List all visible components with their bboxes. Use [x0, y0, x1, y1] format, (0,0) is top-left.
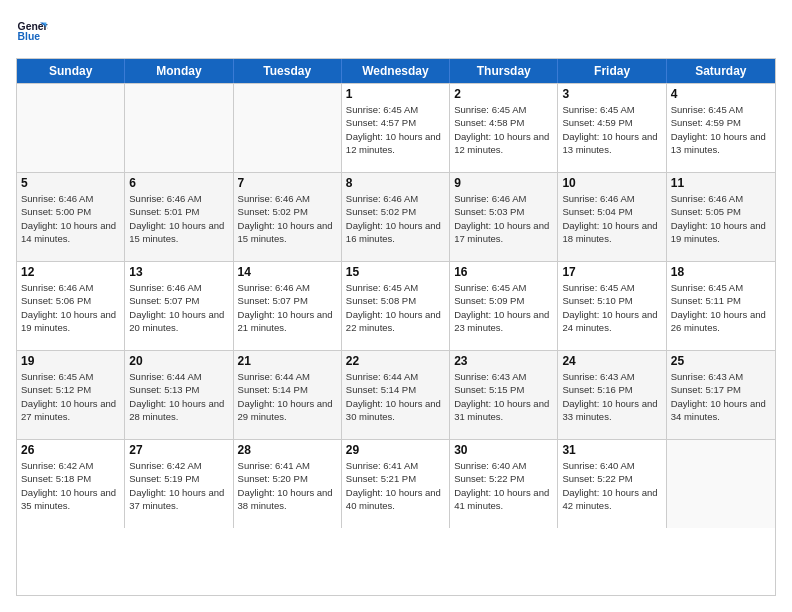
cell-date: 16: [454, 265, 553, 279]
cell-date: 3: [562, 87, 661, 101]
calendar-cell: 28Sunrise: 6:41 AM Sunset: 5:20 PM Dayli…: [234, 440, 342, 528]
calendar-cell: 30Sunrise: 6:40 AM Sunset: 5:22 PM Dayli…: [450, 440, 558, 528]
calendar-row: 12Sunrise: 6:46 AM Sunset: 5:06 PM Dayli…: [17, 261, 775, 350]
cell-info: Sunrise: 6:45 AM Sunset: 4:57 PM Dayligh…: [346, 103, 445, 156]
cell-date: 18: [671, 265, 771, 279]
cell-info: Sunrise: 6:42 AM Sunset: 5:18 PM Dayligh…: [21, 459, 120, 512]
calendar: SundayMondayTuesdayWednesdayThursdayFrid…: [16, 58, 776, 596]
cell-info: Sunrise: 6:46 AM Sunset: 5:03 PM Dayligh…: [454, 192, 553, 245]
cell-info: Sunrise: 6:46 AM Sunset: 5:00 PM Dayligh…: [21, 192, 120, 245]
calendar-cell: [17, 84, 125, 172]
calendar-header-row: SundayMondayTuesdayWednesdayThursdayFrid…: [17, 59, 775, 83]
cell-date: 28: [238, 443, 337, 457]
calendar-cell: 12Sunrise: 6:46 AM Sunset: 5:06 PM Dayli…: [17, 262, 125, 350]
calendar-cell: 27Sunrise: 6:42 AM Sunset: 5:19 PM Dayli…: [125, 440, 233, 528]
page: General Blue SundayMondayTuesdayWednesda…: [0, 0, 792, 612]
calendar-row: 5Sunrise: 6:46 AM Sunset: 5:00 PM Daylig…: [17, 172, 775, 261]
calendar-cell: [667, 440, 775, 528]
calendar-cell: 8Sunrise: 6:46 AM Sunset: 5:02 PM Daylig…: [342, 173, 450, 261]
calendar-cell: 10Sunrise: 6:46 AM Sunset: 5:04 PM Dayli…: [558, 173, 666, 261]
cell-date: 12: [21, 265, 120, 279]
cell-date: 11: [671, 176, 771, 190]
cell-info: Sunrise: 6:42 AM Sunset: 5:19 PM Dayligh…: [129, 459, 228, 512]
calendar-header-cell: Friday: [558, 59, 666, 83]
calendar-cell: [125, 84, 233, 172]
cell-info: Sunrise: 6:44 AM Sunset: 5:13 PM Dayligh…: [129, 370, 228, 423]
cell-info: Sunrise: 6:46 AM Sunset: 5:05 PM Dayligh…: [671, 192, 771, 245]
calendar-header-cell: Sunday: [17, 59, 125, 83]
calendar-header-cell: Wednesday: [342, 59, 450, 83]
calendar-cell: 9Sunrise: 6:46 AM Sunset: 5:03 PM Daylig…: [450, 173, 558, 261]
calendar-cell: 13Sunrise: 6:46 AM Sunset: 5:07 PM Dayli…: [125, 262, 233, 350]
cell-date: 6: [129, 176, 228, 190]
calendar-cell: 11Sunrise: 6:46 AM Sunset: 5:05 PM Dayli…: [667, 173, 775, 261]
cell-info: Sunrise: 6:46 AM Sunset: 5:04 PM Dayligh…: [562, 192, 661, 245]
cell-date: 23: [454, 354, 553, 368]
cell-info: Sunrise: 6:45 AM Sunset: 4:59 PM Dayligh…: [671, 103, 771, 156]
cell-info: Sunrise: 6:46 AM Sunset: 5:07 PM Dayligh…: [238, 281, 337, 334]
cell-date: 19: [21, 354, 120, 368]
calendar-cell: 1Sunrise: 6:45 AM Sunset: 4:57 PM Daylig…: [342, 84, 450, 172]
cell-date: 9: [454, 176, 553, 190]
cell-date: 24: [562, 354, 661, 368]
cell-date: 15: [346, 265, 445, 279]
calendar-cell: 18Sunrise: 6:45 AM Sunset: 5:11 PM Dayli…: [667, 262, 775, 350]
cell-date: 26: [21, 443, 120, 457]
calendar-row: 19Sunrise: 6:45 AM Sunset: 5:12 PM Dayli…: [17, 350, 775, 439]
cell-info: Sunrise: 6:43 AM Sunset: 5:17 PM Dayligh…: [671, 370, 771, 423]
cell-date: 4: [671, 87, 771, 101]
cell-info: Sunrise: 6:46 AM Sunset: 5:01 PM Dayligh…: [129, 192, 228, 245]
calendar-cell: 24Sunrise: 6:43 AM Sunset: 5:16 PM Dayli…: [558, 351, 666, 439]
cell-info: Sunrise: 6:46 AM Sunset: 5:06 PM Dayligh…: [21, 281, 120, 334]
calendar-header-cell: Saturday: [667, 59, 775, 83]
cell-date: 14: [238, 265, 337, 279]
cell-info: Sunrise: 6:43 AM Sunset: 5:15 PM Dayligh…: [454, 370, 553, 423]
calendar-cell: 3Sunrise: 6:45 AM Sunset: 4:59 PM Daylig…: [558, 84, 666, 172]
cell-date: 1: [346, 87, 445, 101]
cell-info: Sunrise: 6:44 AM Sunset: 5:14 PM Dayligh…: [238, 370, 337, 423]
calendar-header-cell: Monday: [125, 59, 233, 83]
cell-date: 2: [454, 87, 553, 101]
cell-date: 29: [346, 443, 445, 457]
calendar-cell: 7Sunrise: 6:46 AM Sunset: 5:02 PM Daylig…: [234, 173, 342, 261]
cell-info: Sunrise: 6:40 AM Sunset: 5:22 PM Dayligh…: [562, 459, 661, 512]
cell-info: Sunrise: 6:41 AM Sunset: 5:20 PM Dayligh…: [238, 459, 337, 512]
calendar-cell: 23Sunrise: 6:43 AM Sunset: 5:15 PM Dayli…: [450, 351, 558, 439]
calendar-row: 26Sunrise: 6:42 AM Sunset: 5:18 PM Dayli…: [17, 439, 775, 528]
calendar-cell: 2Sunrise: 6:45 AM Sunset: 4:58 PM Daylig…: [450, 84, 558, 172]
calendar-cell: [234, 84, 342, 172]
cell-date: 10: [562, 176, 661, 190]
cell-info: Sunrise: 6:45 AM Sunset: 5:10 PM Dayligh…: [562, 281, 661, 334]
calendar-cell: 19Sunrise: 6:45 AM Sunset: 5:12 PM Dayli…: [17, 351, 125, 439]
cell-info: Sunrise: 6:40 AM Sunset: 5:22 PM Dayligh…: [454, 459, 553, 512]
calendar-header-cell: Thursday: [450, 59, 558, 83]
cell-info: Sunrise: 6:45 AM Sunset: 4:58 PM Dayligh…: [454, 103, 553, 156]
cell-date: 21: [238, 354, 337, 368]
svg-text:Blue: Blue: [18, 31, 41, 42]
cell-info: Sunrise: 6:44 AM Sunset: 5:14 PM Dayligh…: [346, 370, 445, 423]
calendar-cell: 21Sunrise: 6:44 AM Sunset: 5:14 PM Dayli…: [234, 351, 342, 439]
calendar-row: 1Sunrise: 6:45 AM Sunset: 4:57 PM Daylig…: [17, 83, 775, 172]
calendar-cell: 20Sunrise: 6:44 AM Sunset: 5:13 PM Dayli…: [125, 351, 233, 439]
calendar-cell: 16Sunrise: 6:45 AM Sunset: 5:09 PM Dayli…: [450, 262, 558, 350]
cell-info: Sunrise: 6:45 AM Sunset: 5:09 PM Dayligh…: [454, 281, 553, 334]
calendar-cell: 22Sunrise: 6:44 AM Sunset: 5:14 PM Dayli…: [342, 351, 450, 439]
calendar-cell: 25Sunrise: 6:43 AM Sunset: 5:17 PM Dayli…: [667, 351, 775, 439]
cell-info: Sunrise: 6:45 AM Sunset: 5:08 PM Dayligh…: [346, 281, 445, 334]
cell-info: Sunrise: 6:45 AM Sunset: 4:59 PM Dayligh…: [562, 103, 661, 156]
cell-date: 5: [21, 176, 120, 190]
calendar-cell: 5Sunrise: 6:46 AM Sunset: 5:00 PM Daylig…: [17, 173, 125, 261]
logo: General Blue: [16, 16, 48, 48]
cell-date: 22: [346, 354, 445, 368]
cell-date: 7: [238, 176, 337, 190]
calendar-cell: 29Sunrise: 6:41 AM Sunset: 5:21 PM Dayli…: [342, 440, 450, 528]
cell-date: 31: [562, 443, 661, 457]
calendar-cell: 15Sunrise: 6:45 AM Sunset: 5:08 PM Dayli…: [342, 262, 450, 350]
calendar-body: 1Sunrise: 6:45 AM Sunset: 4:57 PM Daylig…: [17, 83, 775, 528]
cell-info: Sunrise: 6:45 AM Sunset: 5:11 PM Dayligh…: [671, 281, 771, 334]
cell-date: 27: [129, 443, 228, 457]
header: General Blue: [16, 16, 776, 48]
calendar-cell: 6Sunrise: 6:46 AM Sunset: 5:01 PM Daylig…: [125, 173, 233, 261]
calendar-cell: 17Sunrise: 6:45 AM Sunset: 5:10 PM Dayli…: [558, 262, 666, 350]
logo-icon: General Blue: [16, 16, 48, 48]
